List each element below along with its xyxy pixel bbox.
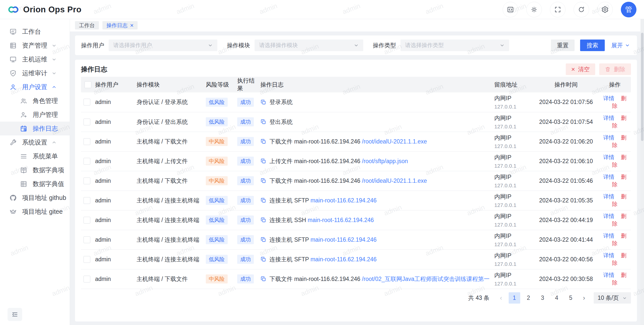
copy-icon[interactable] [260,99,266,105]
sidebar-item-2[interactable]: 主机运维 [0,52,70,66]
row-checkbox[interactable] [84,158,90,165]
row-checkbox[interactable] [84,256,90,263]
detail-link[interactable]: 详情 [603,95,614,101]
pagination-page-1[interactable]: 1 [509,292,520,304]
copy-icon[interactable] [260,217,266,223]
detail-link[interactable]: 详情 [603,233,614,239]
fullscreen-icon [554,6,561,13]
settings-gear-button[interactable] [597,2,613,17]
log-link[interactable]: main-root-116.62.194.246 [310,197,377,204]
cell-ops: 详情删除 [599,171,631,191]
log-link[interactable]: /root/idealU-2021.1.1.exe [362,138,427,145]
table-row: admin 主机终端 / 连接主机终端 低风险 成功 连接主机 SFTP mai… [81,249,631,269]
log-link[interactable]: /root/02_互联网Java工程师面试突击训练课程第一季的内容说明.zip [362,276,489,282]
row-checkbox[interactable] [84,276,90,282]
filter-select-1[interactable]: 请选择操作模块 [255,40,363,51]
copy-icon[interactable] [260,178,266,184]
pagination: 共 43 条 ‹ 12345 › 10 条/页 [81,289,631,307]
main-content: 工作台操作日志× 操作用户 请选择操作用户 操作模块 请选择操作模块 操作类型 … [70,19,644,325]
sidebar-item-3[interactable]: 运维审计 [0,66,70,80]
delete-button[interactable]: 删除 [599,63,631,75]
copy-icon[interactable] [260,119,266,125]
log-link[interactable]: /root/idealU-2021.1.1.exe [362,177,427,184]
risk-tag: 中风险 [206,274,228,283]
scrollbar-thumb[interactable] [641,33,643,141]
table-header-row: 操作用户 操作模块 风险等级 执行结果 操作日志 留痕地址 操作时间 操作 [81,77,631,92]
sidebar-item-7[interactable]: 操作日志 [0,122,70,135]
detail-link[interactable]: 详情 [603,154,614,160]
detail-link[interactable]: 详情 [603,193,614,200]
chevron-down-icon [625,43,630,48]
log-link[interactable]: /root/sftp/app.json [362,158,408,164]
sidebar-item-1[interactable]: 资产管理 [0,39,70,52]
sidebar-item-6[interactable]: 用户管理 [0,108,70,122]
row-checkbox[interactable] [84,138,90,145]
tab-1[interactable]: 操作日志× [102,21,138,29]
detail-link[interactable]: 详情 [603,252,614,259]
expand-button[interactable]: 展开 [610,40,631,51]
code-panel-button[interactable] [503,2,518,17]
filter-select-2[interactable]: 请选择操作类型 [400,40,509,51]
sidebar-item-13[interactable]: 项目地址 gitee [0,205,70,219]
fullscreen-button[interactable] [550,2,566,17]
clear-button[interactable]: × 清空 [566,63,595,75]
pagination-page-5[interactable]: 5 [565,292,577,304]
table-row: admin 主机终端 / 上传文件 中风险 成功 上传文件 main-root-… [81,151,631,171]
reset-button[interactable]: 重置 [551,40,575,51]
log-link[interactable]: main-root-116.62.194.246 [310,256,377,263]
filter-select-0[interactable]: 请选择操作用户 [109,40,217,51]
sidebar-item-9[interactable]: 系统菜单 [0,149,70,163]
row-checkbox[interactable] [84,119,90,125]
pagination-page-4[interactable]: 4 [551,292,562,304]
row-checkbox[interactable] [84,99,90,105]
sidebar-item-5[interactable]: 角色管理 [0,94,70,108]
refresh-button[interactable] [574,2,589,17]
cell-ip: 内网IP 127.0.0.1 [492,171,533,191]
pagination-page-3[interactable]: 3 [537,292,548,304]
pagination-page-2[interactable]: 2 [523,292,534,304]
search-button[interactable]: 搜索 [580,40,605,51]
table-row: admin 身份认证 / 登录系统 低风险 成功 登录系统 内网IP 127.0… [81,92,631,112]
copy-icon[interactable] [260,256,266,262]
row-checkbox[interactable] [84,217,90,224]
col-header-ip: 留痕地址 [492,77,533,92]
page-size-select[interactable]: 10 条/页 [594,292,631,304]
top-bar: Orion Ops Pro 管 [0,0,644,19]
row-checkbox[interactable] [84,197,90,204]
pagination-next-button[interactable]: › [579,292,589,304]
sidebar-item-12[interactable]: 项目地址 github [0,191,70,205]
sidebar-item-10[interactable]: 数据字典项 [0,163,70,177]
sidebar-item-0[interactable]: 工作台 [0,25,70,39]
detail-link[interactable]: 详情 [603,174,614,180]
tab-0[interactable]: 工作台 [75,21,99,29]
log-link[interactable]: main-root-116.62.194.246 [310,236,377,243]
select-all-checkbox[interactable] [85,81,91,88]
log-link[interactable]: main-root-116.62.194.246 [308,217,374,223]
cell-log: 登出系统 [260,118,489,126]
col-header-result: 执行结果 [235,77,258,92]
cell-time: 2024-03-22 01:07:56 [533,92,599,112]
sidebar-item-4[interactable]: 用户设置 [0,80,70,94]
copy-icon[interactable] [260,237,266,243]
collapse-menu-icon [11,311,19,318]
row-checkbox[interactable] [84,236,90,243]
row-checkbox[interactable] [84,177,90,184]
detail-link[interactable]: 详情 [603,272,614,278]
theme-sun-button[interactable] [526,2,542,17]
copy-icon[interactable] [260,197,266,203]
chevron-up-icon [50,138,58,147]
copy-icon[interactable] [260,138,266,145]
user-avatar[interactable]: 管 [621,2,636,17]
sidebar-collapse-button[interactable] [8,308,22,321]
tab-close-icon[interactable]: × [130,22,134,28]
pagination-prev-button[interactable]: ‹ [496,292,506,304]
copy-icon[interactable] [260,158,266,164]
table-row: admin 主机终端 / 下载文件 中风险 成功 下载文件 main-root-… [81,269,631,289]
detail-link[interactable]: 详情 [603,115,614,121]
detail-link[interactable]: 详情 [603,134,614,141]
copy-icon[interactable] [260,276,266,282]
filter-field-2: 操作类型 请选择操作类型 [373,40,509,51]
sidebar-item-8[interactable]: 系统设置 [0,135,70,149]
detail-link[interactable]: 详情 [603,213,614,219]
sidebar-item-11[interactable]: 数据字典值 [0,177,70,191]
